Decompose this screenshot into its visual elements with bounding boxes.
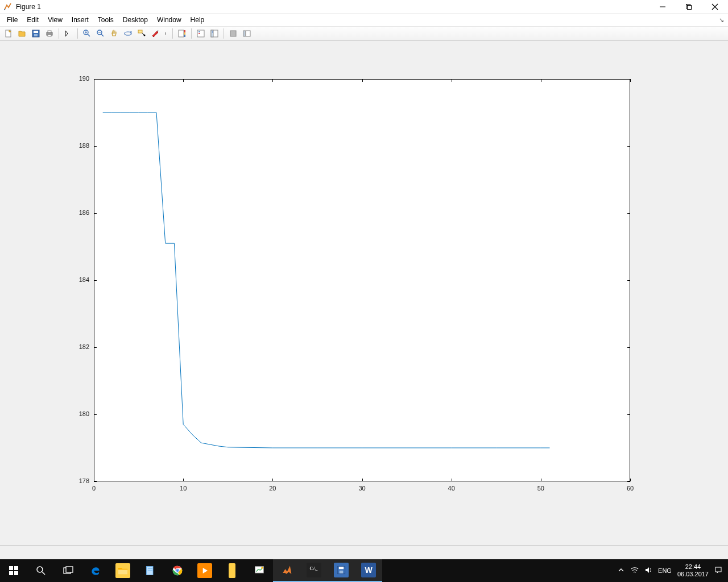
menu-file[interactable]: File: [2, 15, 22, 25]
taskbar-app-edge[interactable]: [82, 559, 109, 582]
svg-point-20: [125, 32, 131, 35]
svg-rect-59: [339, 567, 344, 569]
x-tick-label: 50: [535, 485, 547, 492]
toolbar-separator: [191, 28, 192, 39]
zoom-in-button[interactable]: [81, 27, 93, 40]
svg-line-18: [101, 34, 104, 36]
titlebar: Figure 1: [0, 0, 728, 14]
x-tick-label: 60: [624, 485, 636, 492]
taskbar-app-matlab[interactable]: [273, 559, 300, 582]
task-view-button[interactable]: [55, 559, 82, 582]
svg-rect-46: [118, 569, 128, 574]
menu-desktop[interactable]: Desktop: [118, 15, 152, 25]
x-tick: [362, 479, 363, 481]
menu-help[interactable]: Help: [186, 15, 209, 25]
edit-plot-button[interactable]: [62, 27, 75, 40]
tray-language[interactable]: ENG: [658, 567, 672, 574]
taskbar-app-cmd[interactable]: C:\_: [300, 559, 328, 582]
x-tick: [541, 79, 541, 82]
y-tick-label: 186: [79, 209, 89, 216]
menu-tools[interactable]: Tools: [93, 15, 118, 25]
x-tick: [362, 79, 363, 82]
zoom-out-button[interactable]: [94, 27, 107, 40]
y-tick: [627, 213, 630, 214]
menubar: File Edit View Insert Tools Desktop Wind…: [0, 14, 728, 26]
svg-rect-24: [179, 30, 184, 37]
svg-rect-38: [9, 566, 13, 570]
taskbar-app-paint[interactable]: [246, 559, 273, 582]
tray-clock[interactable]: 22:44 06.03.2017: [677, 563, 709, 578]
toolbar-separator: [59, 28, 59, 39]
menu-insert[interactable]: Insert: [67, 15, 93, 25]
tray-volume-icon[interactable]: [644, 566, 652, 575]
new-figure-button[interactable]: [2, 27, 15, 40]
maximize-button[interactable]: [676, 0, 702, 14]
svg-rect-36: [243, 31, 245, 36]
x-tick: [452, 479, 452, 481]
search-button[interactable]: [27, 559, 55, 582]
svg-point-0: [4, 9, 5, 10]
brush-button[interactable]: [149, 27, 162, 40]
line-plot: [0, 41, 728, 546]
menu-window[interactable]: Window: [152, 15, 186, 25]
open-button[interactable]: [16, 27, 28, 40]
x-tick: [183, 79, 184, 82]
taskbar-app-chrome[interactable]: [164, 559, 191, 582]
show-plot-tools-on-button[interactable]: [241, 27, 253, 40]
pan-button[interactable]: [108, 27, 121, 40]
figure-window: Figure 1 File Edit View Insert Tools Des…: [0, 0, 728, 546]
show-plot-tools-off-button[interactable]: [227, 27, 239, 40]
svg-rect-60: [340, 571, 344, 573]
rotate-3d-button[interactable]: [122, 27, 134, 40]
save-button[interactable]: [30, 27, 42, 40]
svg-text:C:\_: C:\_: [310, 566, 318, 571]
svg-rect-11: [48, 31, 51, 32]
svg-rect-37: [246, 31, 250, 36]
start-button[interactable]: [0, 559, 27, 582]
y-tick-label: 188: [79, 142, 89, 149]
tray-notifications-icon[interactable]: [714, 566, 722, 575]
taskbar-app-explorer[interactable]: [109, 559, 136, 582]
data-cursor-button[interactable]: [135, 27, 148, 40]
svg-rect-41: [14, 571, 18, 575]
close-button[interactable]: [702, 0, 728, 14]
print-button[interactable]: [43, 27, 56, 40]
link-plot-button[interactable]: [163, 27, 169, 40]
insert-colorbar-button[interactable]: [176, 27, 188, 40]
taskbar-app-media[interactable]: [191, 559, 218, 582]
tray-wifi-icon[interactable]: [631, 566, 639, 575]
x-tick-label: 20: [267, 485, 278, 492]
toolbar-separator: [172, 28, 173, 39]
minimize-button[interactable]: [650, 0, 676, 14]
taskbar: C:\_ W ENG 22:44 06.03.2017: [0, 559, 728, 582]
system-tray[interactable]: ENG 22:44 06.03.2017: [611, 563, 728, 578]
y-tick: [94, 414, 97, 415]
x-tick-label: 40: [446, 485, 457, 492]
taskbar-app-word[interactable]: W: [355, 559, 382, 582]
taskbar-app-generic[interactable]: [218, 559, 246, 582]
tray-date: 06.03.2017: [677, 571, 709, 578]
menu-edit[interactable]: Edit: [22, 15, 43, 25]
svg-rect-35: [230, 31, 236, 36]
tray-time: 22:44: [677, 563, 709, 571]
taskbar-app-save-dialog[interactable]: [328, 559, 355, 582]
y-tick-label: 190: [79, 75, 89, 82]
x-tick-label: 30: [357, 485, 368, 492]
svg-rect-8: [34, 31, 38, 33]
dock-controls-icon[interactable]: ↘: [717, 16, 726, 24]
y-tick: [627, 414, 630, 415]
svg-rect-27: [184, 32, 185, 35]
y-tick: [94, 347, 97, 348]
taskbar-app-notepad[interactable]: [136, 559, 164, 582]
menu-view[interactable]: View: [43, 15, 67, 25]
hide-plot-tools-button[interactable]: [208, 27, 221, 40]
insert-legend-button[interactable]: [195, 27, 207, 40]
matlab-figure-icon: [3, 2, 13, 11]
x-tick: [272, 79, 273, 82]
x-tick-label: 0: [88, 485, 100, 492]
svg-line-14: [88, 34, 90, 36]
tray-chevron-up-icon[interactable]: [617, 566, 625, 575]
svg-rect-45: [66, 567, 73, 572]
y-tick: [627, 79, 630, 80]
svg-rect-21: [138, 30, 142, 33]
